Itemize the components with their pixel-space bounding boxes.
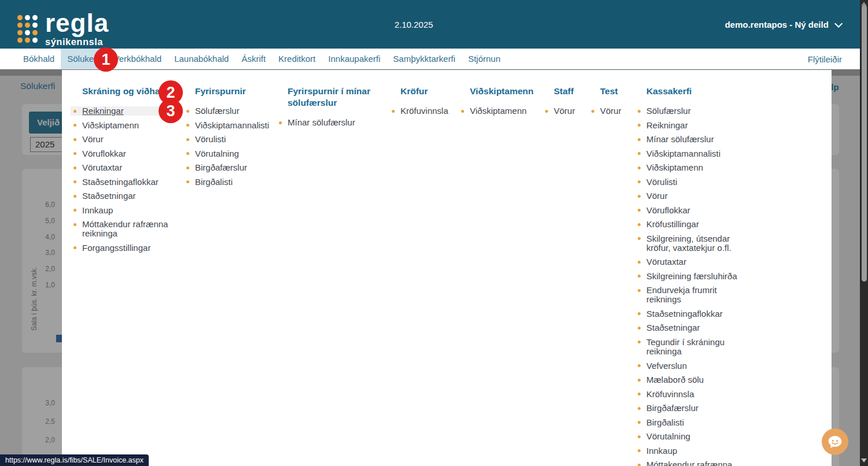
- menu-item-link[interactable]: Birgðalisti: [646, 417, 684, 427]
- menu-item-link[interactable]: Viðskiptamannalisti: [195, 120, 269, 130]
- menu-item[interactable]: Tegundir í skráningu reikninga: [635, 338, 751, 356]
- menu-item-link[interactable]: Birgðalisti: [195, 177, 233, 187]
- menu-item-link[interactable]: Staðsetningar: [82, 191, 136, 201]
- menu-item[interactable]: Birgðalisti: [635, 418, 751, 427]
- nav-item[interactable]: Áskrift: [235, 49, 272, 69]
- nav-item[interactable]: Innkaupakerfi: [322, 49, 387, 69]
- menu-item-link[interactable]: Mælaborð sölu: [646, 375, 704, 384]
- menu-item[interactable]: Staðsetningar: [71, 191, 175, 201]
- menu-item-link[interactable]: Vöruflokkar: [82, 149, 126, 158]
- menu-item-link[interactable]: Tegundir í skráningu reikninga: [646, 337, 724, 356]
- menu-item[interactable]: Innkaup: [71, 206, 175, 215]
- menu-item-link[interactable]: Kröfuvinnsla: [646, 389, 694, 399]
- menu-item-link[interactable]: Vörur: [600, 106, 621, 116]
- menu-item-link[interactable]: Viðskiptamenn: [82, 120, 139, 130]
- nav-item[interactable]: Bókhald: [17, 49, 61, 69]
- menu-item[interactable]: Mínar sölufærslur: [635, 135, 751, 144]
- menu-item[interactable]: Birgðafærslur: [183, 163, 288, 172]
- menu-item[interactable]: Kröfustillingar: [635, 220, 751, 229]
- menu-item[interactable]: Viðskiptamenn: [458, 106, 545, 116]
- menu-item-link[interactable]: Staðsetningaflokkar: [646, 309, 723, 319]
- menu-item[interactable]: Vöruflokkar: [635, 206, 751, 215]
- menu-item-link[interactable]: Sölufærslur: [195, 106, 240, 116]
- menu-item-link[interactable]: Móttakendur rafrænna: [646, 460, 732, 466]
- scrollbar[interactable]: [860, 0, 868, 466]
- scroll-down-arrow-icon[interactable]: [861, 458, 867, 463]
- menu-item[interactable]: Staðsetningar: [635, 323, 751, 332]
- menu-item[interactable]: Viðskiptamenn: [71, 121, 175, 130]
- menu-item[interactable]: Reikningar: [635, 121, 751, 130]
- menu-item-link[interactable]: Skilgreining, útsendar kröfur, vaxtatekj…: [646, 234, 731, 253]
- menu-item-link[interactable]: Vörutaxtar: [82, 162, 122, 172]
- menu-item[interactable]: Móttakendur rafrænna reikninga: [71, 220, 175, 238]
- menu-item-link[interactable]: Innkaup: [646, 446, 677, 456]
- menu-item[interactable]: Vörur: [635, 191, 751, 201]
- menu-item[interactable]: Viðskiptamannalisti: [635, 149, 751, 158]
- nav-item[interactable]: Stjórnun: [462, 49, 507, 69]
- nav-item[interactable]: Samþykktarkerfi: [387, 49, 462, 69]
- menu-item[interactable]: Skilgreining, útsendar kröfur, vaxtatekj…: [635, 234, 751, 253]
- menu-item-link[interactable]: Vörur: [554, 106, 575, 116]
- menu-item-link[interactable]: Kröfustillingar: [646, 219, 699, 229]
- menu-item[interactable]: Kröfuvinnsla: [389, 106, 470, 116]
- menu-item-link[interactable]: Birgðafærslur: [646, 403, 698, 413]
- menu-item-link[interactable]: Vefverslun: [646, 361, 687, 371]
- menu-item[interactable]: Móttakendur rafrænna: [635, 460, 751, 466]
- account-dropdown[interactable]: demo.rentapos - Ný deild: [725, 20, 840, 29]
- menu-item-link[interactable]: Staðsetningar: [646, 323, 700, 332]
- menu-item[interactable]: Staðsetningaflokkar: [71, 177, 175, 187]
- nav-shortcuts-link[interactable]: Flýtileiðir: [808, 49, 842, 69]
- menu-item[interactable]: Vörulisti: [635, 177, 751, 187]
- menu-item-link[interactable]: Viðskiptamannalisti: [646, 149, 720, 158]
- menu-item[interactable]: Innkaup: [635, 446, 751, 456]
- menu-item[interactable]: Sölufærslur: [183, 106, 288, 116]
- chat-widget-button[interactable]: [822, 428, 848, 455]
- menu-item[interactable]: Sölufærslur: [635, 106, 751, 116]
- menu-item[interactable]: Vörutaxtar: [71, 163, 175, 172]
- menu-item[interactable]: Viðskiptamannalisti: [183, 121, 288, 130]
- menu-item[interactable]: Vöruflokkar: [71, 149, 175, 158]
- menu-item[interactable]: Vörutalning: [183, 149, 288, 158]
- menu-item[interactable]: Vörulisti: [183, 135, 288, 144]
- menu-item[interactable]: Endurvekja frumrit reiknings: [635, 286, 751, 304]
- menu-item-link[interactable]: Reikningar: [82, 106, 124, 116]
- menu-item[interactable]: Vefverslun: [635, 361, 751, 371]
- menu-item[interactable]: Vörur: [71, 135, 175, 144]
- menu-item-link[interactable]: Móttakendur rafrænna reikninga: [82, 219, 168, 238]
- menu-item-link[interactable]: Vörutaxtar: [646, 257, 686, 267]
- menu-item-link[interactable]: Vöruflokkar: [646, 205, 690, 215]
- menu-item-link[interactable]: Sölufærslur: [646, 106, 691, 116]
- menu-item-link[interactable]: Vörulisti: [195, 134, 226, 144]
- menu-item-link[interactable]: Viðskiptamenn: [646, 162, 703, 172]
- menu-item[interactable]: Forgangsstillingar: [71, 243, 175, 253]
- menu-item[interactable]: Birgðalisti: [183, 177, 288, 187]
- menu-item-link[interactable]: Skilgreining færsluhirða: [646, 271, 737, 281]
- menu-item-link[interactable]: Vörur: [646, 191, 668, 201]
- menu-item-link[interactable]: Mínar sölufærslur: [288, 117, 355, 127]
- menu-item-link[interactable]: Viðskiptamenn: [470, 106, 527, 116]
- menu-item-link[interactable]: Vörutalning: [646, 431, 690, 441]
- regla-logo[interactable]: regla sýnikennsla: [17, 10, 109, 47]
- menu-item-link[interactable]: Vörutalning: [195, 149, 239, 158]
- menu-item[interactable]: Skilgreining færsluhirða: [635, 272, 751, 281]
- menu-item-link[interactable]: Reikningar: [646, 120, 688, 130]
- menu-item[interactable]: Birgðafærslur: [635, 404, 751, 413]
- menu-item-link[interactable]: Forgangsstillingar: [82, 243, 150, 253]
- nav-item[interactable]: Launabókhald: [168, 49, 235, 69]
- menu-item[interactable]: Mínar sölufærslur: [276, 118, 377, 127]
- menu-item[interactable]: Vörutalning: [635, 432, 751, 441]
- menu-item-link[interactable]: Mínar sölufærslur: [646, 134, 714, 144]
- menu-item-link[interactable]: Vörulisti: [646, 177, 677, 187]
- menu-item[interactable]: Viðskiptamenn: [635, 163, 751, 172]
- nav-item[interactable]: Kreditkort: [272, 49, 322, 69]
- menu-item-link[interactable]: Vörur: [82, 134, 104, 144]
- menu-item-link[interactable]: Kröfuvinnsla: [400, 106, 448, 116]
- scrollbar-thumb[interactable]: [862, 5, 867, 282]
- menu-item-link[interactable]: Innkaup: [82, 205, 113, 215]
- menu-item[interactable]: Kröfuvinnsla: [635, 390, 751, 399]
- menu-item[interactable]: Vörutaxtar: [635, 257, 751, 267]
- menu-item-link[interactable]: Birgðafærslur: [195, 162, 247, 172]
- menu-item[interactable]: Mælaborð sölu: [635, 375, 751, 384]
- menu-item-link[interactable]: Staðsetningaflokkar: [82, 177, 159, 187]
- menu-item[interactable]: Staðsetningaflokkar: [635, 309, 751, 319]
